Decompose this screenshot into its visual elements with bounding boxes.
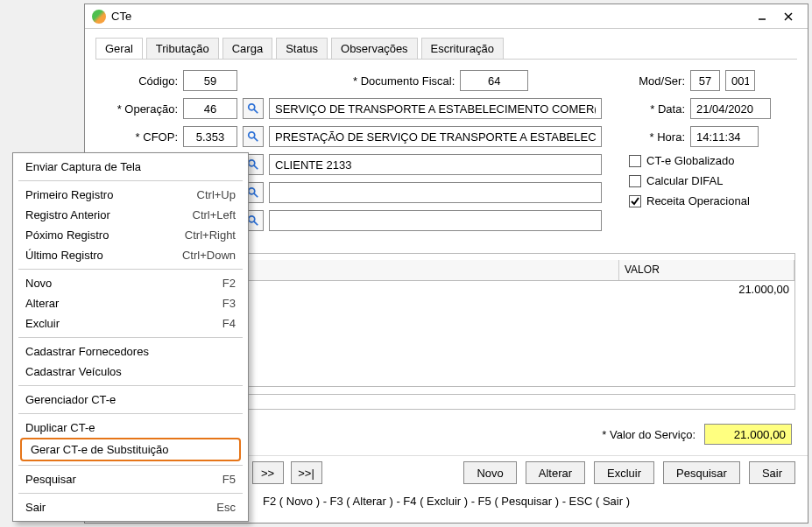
next-record-button[interactable]: >> [252, 461, 284, 484]
tab-escrituracao[interactable]: Escrituração [421, 38, 504, 59]
operacao-lookup-button[interactable] [243, 98, 264, 119]
ctx-item[interactable]: Duplicar CT-e [13, 418, 248, 438]
th-valor: VALOR [619, 260, 794, 280]
td-valor: 21.000,00 [619, 281, 794, 300]
label-cfop: * CFOP: [101, 130, 178, 144]
data-input[interactable] [695, 99, 766, 118]
checkbox-receita[interactable] [629, 195, 641, 207]
minimize-button[interactable] [750, 7, 774, 26]
label-globalizado: CT-e Globalizado [646, 154, 734, 167]
label-operacao: * Operação: [101, 102, 178, 116]
svg-point-3 [249, 104, 255, 110]
svg-point-11 [249, 216, 255, 222]
cliente-input[interactable] [273, 155, 597, 174]
tab-geral[interactable]: Geral [95, 38, 143, 59]
label-documento: * Documento Fiscal: [353, 74, 455, 88]
svg-point-9 [249, 188, 255, 194]
novo-button[interactable]: Novo [463, 461, 516, 484]
label-codigo: Código: [101, 74, 178, 88]
label-data: * Data: [629, 102, 685, 116]
svg-line-6 [254, 137, 258, 141]
ctx-item[interactable]: Primeiro RegistroCtrl+Up [13, 185, 248, 205]
sair-button[interactable]: Sair [749, 461, 795, 484]
svg-point-7 [249, 160, 255, 166]
ctx-item[interactable]: Póximo RegistroCtrl+Right [13, 225, 248, 245]
pesquisar-button[interactable]: Pesquisar [663, 461, 740, 484]
svg-line-4 [254, 109, 258, 113]
alterar-button[interactable]: Alterar [526, 461, 585, 484]
svg-line-12 [254, 221, 258, 225]
tab-carga[interactable]: Carga [222, 38, 272, 59]
label-hora: * Hora: [629, 130, 685, 144]
codigo-input[interactable] [187, 71, 233, 90]
tab-observacoes[interactable]: Observações [331, 38, 418, 59]
svg-line-8 [254, 165, 258, 169]
ctx-item[interactable]: Último RegistroCtrl+Down [13, 245, 248, 265]
svg-line-10 [254, 193, 258, 197]
tab-strip: Geral Tributação Carga Status Observaçõe… [85, 29, 808, 59]
mod-input[interactable] [695, 71, 716, 90]
label-modser: Mod/Ser: [629, 74, 685, 88]
window-title: CTe [111, 10, 131, 23]
ctx-item[interactable]: SairEsc [13, 497, 248, 517]
valor-servico-input[interactable] [704, 424, 792, 445]
operacao-desc-input[interactable] [273, 99, 597, 118]
ctx-item[interactable]: Cadastrar Fornecedores [13, 341, 248, 362]
documento-input[interactable] [464, 71, 524, 90]
ctx-item[interactable]: Gerenciador CT-e [13, 390, 248, 410]
ctx-item[interactable]: Cadastrar Veículos [13, 362, 248, 382]
label-difal: Calcular DIFAL [646, 174, 723, 187]
ctx-item[interactable]: Registro AnteriorCtrl+Left [13, 205, 248, 225]
cfop-code-input[interactable] [187, 127, 233, 146]
tab-tributacao[interactable]: Tributação [146, 38, 219, 59]
hora-input[interactable] [695, 127, 754, 146]
ctx-item[interactable]: ExcluirF4 [13, 313, 248, 334]
cfop-lookup-button[interactable] [243, 126, 264, 147]
app-icon [92, 10, 106, 24]
tab-status[interactable]: Status [276, 38, 328, 59]
extra1-input[interactable] [273, 183, 597, 202]
ctx-item[interactable]: PesquisarF5 [13, 469, 248, 489]
ctx-item[interactable]: NovoF2 [13, 273, 248, 293]
extra2-input[interactable] [273, 211, 597, 230]
label-receita: Receita Operacional [646, 194, 750, 207]
ctx-item[interactable]: AlterarF3 [13, 293, 248, 313]
context-menu: Enviar Captura de TelaPrimeiro RegistroC… [12, 152, 249, 522]
label-valor-servico: * Valor do Serviço: [602, 428, 695, 441]
checkbox-difal[interactable] [629, 175, 641, 187]
titlebar: CTe [85, 4, 808, 29]
ctx-item[interactable]: Gerar CT-e de Substituição [20, 438, 241, 461]
ctx-item[interactable]: Enviar Captura de Tela [13, 157, 248, 177]
close-button[interactable] [776, 7, 801, 26]
last-record-button[interactable]: >>| [291, 461, 322, 484]
operacao-code-input[interactable] [187, 99, 233, 118]
svg-point-5 [249, 132, 255, 138]
excluir-button[interactable]: Excluir [594, 461, 654, 484]
ser-input[interactable] [730, 71, 751, 90]
checkbox-globalizado[interactable] [629, 155, 641, 167]
cfop-desc-input[interactable] [273, 127, 597, 146]
